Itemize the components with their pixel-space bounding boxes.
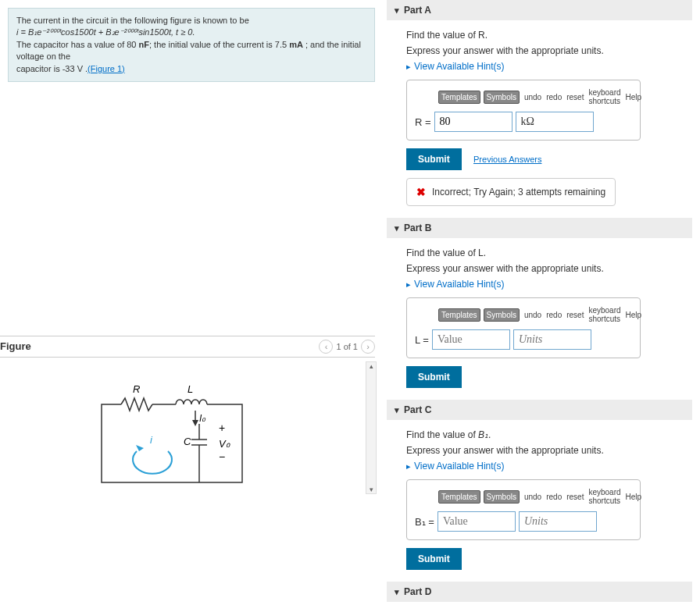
problem-equation: i = B₁e⁻²⁰⁰⁰ᵗcos1500t + B₂e⁻²⁰⁰⁰ᵗsin1500… <box>16 27 366 38</box>
label-v0: V₀ <box>219 438 230 450</box>
part-a-title: Part A <box>404 5 431 16</box>
part-d-header[interactable]: ▾ Part D <box>387 582 692 602</box>
help-button[interactable]: Help <box>626 311 642 319</box>
part-b-title: Part B <box>404 222 431 233</box>
part-b-value-input[interactable] <box>432 329 510 350</box>
part-c-express: Express your answer with the appropriate… <box>406 445 692 456</box>
left-column: The current in the circuit in the follow… <box>0 0 383 605</box>
figure-body: R L I₀ C + <box>0 358 375 506</box>
templates-button[interactable]: Templates <box>438 490 480 504</box>
part-b-submit-button[interactable]: Submit <box>406 366 462 388</box>
figure-scrollbar[interactable]: ▴ ▾ <box>366 361 377 494</box>
part-c-prompt: Find the value of B₁. <box>406 429 692 440</box>
part-c-toolbar: Templates Symbols undo redo reset keyboa… <box>415 488 632 505</box>
part-a-toolbar: Templates Symbols undo redo reset keyboa… <box>415 88 632 105</box>
part-a-previous-answers[interactable]: Previous Answers <box>473 155 541 164</box>
problem-statement: The current in the circuit in the follow… <box>8 8 375 82</box>
undo-button[interactable]: undo <box>524 493 541 501</box>
fig-next-button[interactable]: › <box>361 340 375 354</box>
caret-down-icon: ▾ <box>395 223 399 233</box>
part-a-answerbox: Templates Symbols undo redo reset keyboa… <box>406 80 641 141</box>
txt: The capacitor has a value of 80 <box>16 40 139 49</box>
part-c-value-input[interactable] <box>438 511 516 532</box>
part-b-answerbox: Templates Symbols undo redo reset keyboa… <box>406 297 641 358</box>
part-a-submit-button[interactable]: Submit <box>406 148 462 170</box>
part-c-label: B₁ = <box>415 516 434 528</box>
help-button[interactable]: Help <box>626 93 642 101</box>
part-a-header[interactable]: ▾ Part A <box>387 0 692 20</box>
label-r: R <box>133 383 140 395</box>
symbols-button[interactable]: Symbols <box>484 91 520 104</box>
part-c-submit-button[interactable]: Submit <box>406 548 462 570</box>
scroll-up-icon: ▴ <box>370 362 373 370</box>
help-button[interactable]: Help <box>626 493 642 501</box>
reset-button[interactable]: reset <box>566 493 584 501</box>
keyboard-button[interactable]: keyboard shortcuts <box>588 88 620 105</box>
caret-down-icon: ▾ <box>395 587 399 597</box>
label-i0: I₀ <box>199 413 206 424</box>
part-a: ▾ Part A Find the value of R. Express yo… <box>387 0 692 206</box>
part-d-title: Part D <box>404 586 431 597</box>
var: B₁ <box>478 429 488 440</box>
txt: capacitor is -33 V . <box>16 64 88 73</box>
templates-button[interactable]: Templates <box>438 308 480 322</box>
txt: Find the value of R. <box>406 30 488 41</box>
svg-marker-10 <box>136 445 144 451</box>
txt: ; the initial value of the current is 7.… <box>149 40 289 49</box>
part-b-hints[interactable]: View Available Hint(s) <box>406 279 692 290</box>
symbols-button[interactable]: Symbols <box>484 308 520 322</box>
part-a-value-input[interactable] <box>434 112 512 132</box>
redo-button[interactable]: redo <box>546 311 562 319</box>
part-b-label: L = <box>415 334 429 346</box>
reset-button[interactable]: reset <box>566 311 584 319</box>
incorrect-icon: ✖ <box>416 186 426 198</box>
redo-button[interactable]: redo <box>546 493 562 501</box>
svg-marker-4 <box>192 420 198 426</box>
part-d: ▾ Part D Find the value of B₂. <box>387 582 692 605</box>
part-c-title: Part C <box>404 404 431 415</box>
part-b-express: Express your answer with the appropriate… <box>406 263 692 274</box>
keyboard-button[interactable]: keyboard shortcuts <box>588 488 620 505</box>
part-a-prompt: Find the value of R. <box>406 30 692 41</box>
label-c: C <box>184 436 191 447</box>
label-plus: + <box>219 422 225 434</box>
txt: Find the value of <box>406 429 478 440</box>
circuit-diagram: R L I₀ C + <box>78 381 281 506</box>
figure-panel: Figure ‹ 1 of 1 › R L <box>0 336 375 506</box>
part-b-prompt: Find the value of L. <box>406 247 692 258</box>
part-a-hints[interactable]: View Available Hint(s) <box>406 61 692 72</box>
symbols-button[interactable]: Symbols <box>484 490 520 504</box>
problem-line1: The current in the circuit in the follow… <box>16 15 366 27</box>
figure-title: Figure <box>0 340 31 352</box>
label-minus: − <box>219 450 225 463</box>
caret-down-icon: ▾ <box>395 5 399 16</box>
figure-link[interactable]: (Figure 1) <box>88 64 125 73</box>
part-a-unit-input[interactable] <box>516 112 594 132</box>
part-c: ▾ Part C Find the value of B₁. Express y… <box>387 400 692 570</box>
undo-button[interactable]: undo <box>524 93 541 101</box>
keyboard-button[interactable]: keyboard shortcuts <box>588 306 620 323</box>
part-c-unit-input[interactable] <box>519 511 597 532</box>
redo-button[interactable]: redo <box>546 93 562 101</box>
unit-nf: nF <box>139 40 149 49</box>
right-column: ▾ Part A Find the value of R. Express yo… <box>383 0 700 605</box>
part-b-toolbar: Templates Symbols undo redo reset keyboa… <box>415 306 632 323</box>
part-b-header[interactable]: ▾ Part B <box>387 218 692 238</box>
label-l: L <box>188 383 193 395</box>
part-b: ▾ Part B Find the value of L. Express yo… <box>387 218 692 388</box>
part-c-header[interactable]: ▾ Part C <box>387 400 692 420</box>
problem-line3: capacitor is -33 V .(Figure 1) <box>16 63 366 75</box>
fig-prev-button[interactable]: ‹ <box>319 340 333 354</box>
unit-ma: mA <box>289 40 303 49</box>
reset-button[interactable]: reset <box>566 93 584 101</box>
part-c-hints[interactable]: View Available Hint(s) <box>406 461 692 472</box>
part-c-answerbox: Templates Symbols undo redo reset keyboa… <box>406 479 641 540</box>
scroll-down-icon: ▾ <box>370 486 373 493</box>
feedback-text: Incorrect; Try Again; 3 attempts remaini… <box>432 187 605 198</box>
txt: . <box>488 429 491 440</box>
caret-down-icon: ▾ <box>395 405 399 415</box>
undo-button[interactable]: undo <box>524 311 541 319</box>
templates-button[interactable]: Templates <box>438 91 480 104</box>
figure-nav: ‹ 1 of 1 › <box>319 340 375 354</box>
part-b-unit-input[interactable] <box>513 329 591 350</box>
